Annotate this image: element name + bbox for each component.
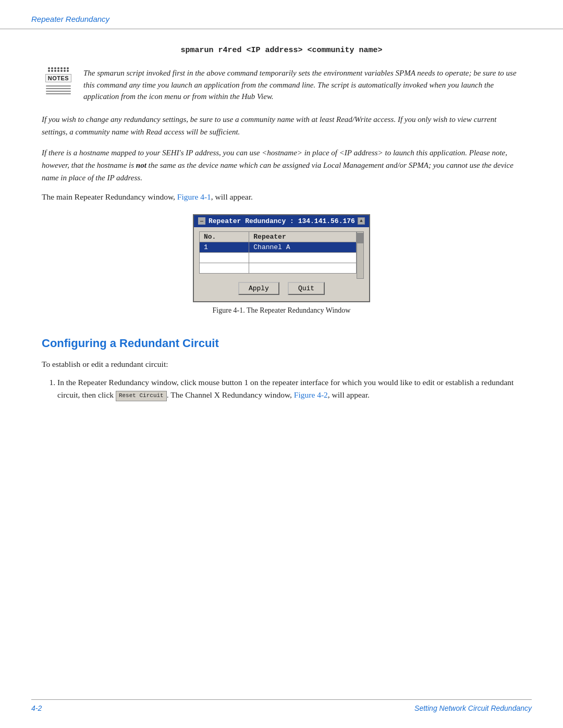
notes-dot <box>64 67 66 69</box>
col-no-header: No. <box>200 231 249 242</box>
notes-dot <box>67 70 69 72</box>
notes-paragraph2: If you wish to change any redundancy set… <box>42 113 521 138</box>
footer-page-number: 4-2 <box>31 704 42 712</box>
table-row-empty2 <box>200 263 357 273</box>
table-row[interactable]: 1 Channel A <box>200 242 357 252</box>
list-item-1: In the Repeater Redundancy window, click… <box>57 376 521 402</box>
figure-4-1-link[interactable]: Figure 4-1 <box>177 192 211 201</box>
notes-paragraph3: If there is a hostname mapped to your SE… <box>42 146 521 184</box>
footer-section-title: Setting Network Circuit Redundancy <box>414 704 532 712</box>
notes-line <box>46 93 71 94</box>
para3-bold: not <box>136 161 146 169</box>
window-menu-icon[interactable]: — <box>198 217 205 225</box>
col-repeater-header: Repeater <box>249 231 357 242</box>
figure-4-2-link[interactable]: Figure 4-2 <box>294 390 328 399</box>
window-title: Repeater Redundancy : 134.141.56.176 <box>209 217 355 225</box>
table-row-empty <box>200 252 357 263</box>
notes-dot <box>51 70 53 72</box>
window-buttons: Apply Quit <box>199 282 364 295</box>
section-intro: To establish or edit a redundant circuit… <box>42 360 521 369</box>
figure-caption: Figure 4-1. The Repeater Redundancy Wind… <box>213 306 351 315</box>
repeater-table: No. Repeater 1 Channel A <box>199 231 357 274</box>
notes-decorative-lines <box>46 85 71 94</box>
main-content: spmarun r4red <IP address> <community na… <box>0 29 563 428</box>
command-text: spmarun r4red <IP address> <community na… <box>180 46 382 55</box>
notes-dot <box>64 70 66 72</box>
window-body: No. Repeater 1 Channel A <box>194 227 369 301</box>
notes-dot <box>60 67 63 69</box>
ref-line: The main Repeater Redundancy window, Fig… <box>42 192 521 202</box>
window-scroll-button[interactable]: ▲ <box>358 217 365 225</box>
notes-line <box>46 91 71 92</box>
window-mock: — Repeater Redundancy : 134.141.56.176 ▲… <box>193 214 370 302</box>
notes-dot <box>60 70 63 72</box>
scrollbar-thumb[interactable] <box>357 233 363 243</box>
notes-icon-block: NOTES <box>42 67 75 94</box>
notes-paragraph1: The spmarun script invoked first in the … <box>83 67 521 103</box>
command-block: spmarun r4red <IP address> <community na… <box>42 45 521 55</box>
notes-dot <box>48 67 50 69</box>
step1-part2: . The Channel X Redundancy window, <box>167 390 294 399</box>
notes-dot <box>67 67 69 69</box>
notes-content: The spmarun script invoked first in the … <box>83 67 521 103</box>
quit-button[interactable]: Quit <box>288 282 325 295</box>
window-container: — Repeater Redundancy : 134.141.56.176 ▲… <box>42 214 521 330</box>
page-footer: 4-2 Setting Network Circuit Redundancy <box>31 699 532 712</box>
section-heading: Configuring a Redundant Circuit <box>42 337 521 350</box>
reset-circuit-button-inline[interactable]: Reset Circuit <box>116 391 167 401</box>
notes-dot <box>54 67 56 69</box>
notes-label: NOTES <box>45 74 71 82</box>
window-titlebar: — Repeater Redundancy : 134.141.56.176 ▲ <box>194 215 369 227</box>
titlebar-left: — Repeater Redundancy : 134.141.56.176 <box>198 217 355 225</box>
notes-dot <box>51 67 53 69</box>
apply-button[interactable]: Apply <box>238 282 279 295</box>
notes-dot <box>57 70 59 72</box>
row-name: Channel A <box>249 242 357 252</box>
notes-dot <box>48 70 50 72</box>
scrollbar-track[interactable] <box>357 231 364 279</box>
row-no: 1 <box>200 242 249 252</box>
notes-line <box>46 85 71 87</box>
header-title: Repeater Redundancy <box>31 15 109 23</box>
page-header: Repeater Redundancy <box>0 0 563 29</box>
notes-dots-grid <box>48 67 69 72</box>
page: Repeater Redundancy spmarun r4red <IP ad… <box>0 0 563 728</box>
ref-text-after: , will appear. <box>211 192 253 201</box>
notes-dot <box>57 67 59 69</box>
notes-dot <box>54 70 56 72</box>
step1-part3: , will appear. <box>328 390 370 399</box>
notes-line <box>46 88 71 89</box>
notes-section: NOTES The spmarun script invoked first i… <box>42 67 521 103</box>
numbered-list: In the Repeater Redundancy window, click… <box>42 376 521 402</box>
ref-text-before: The main Repeater Redundancy window, <box>42 192 177 201</box>
table-with-scroll: No. Repeater 1 Channel A <box>199 231 364 279</box>
